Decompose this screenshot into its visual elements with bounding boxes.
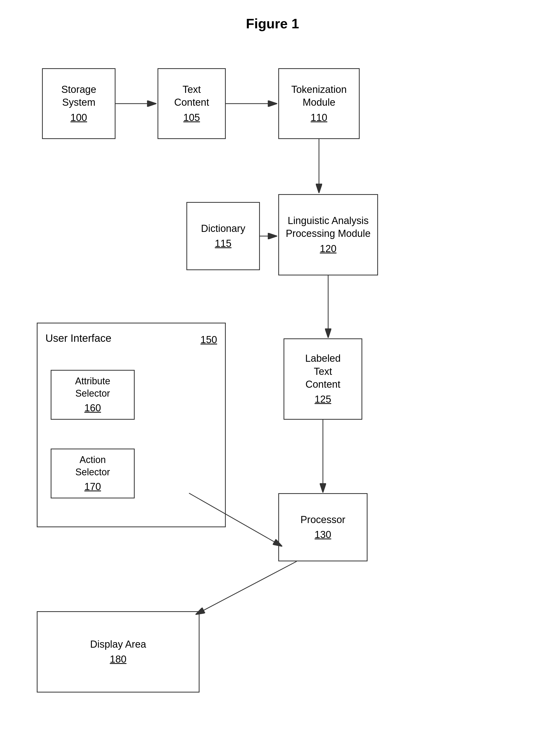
attribute-selector-box: AttributeSelector 160 (51, 370, 135, 420)
attribute-selector-ref: 160 (84, 402, 101, 414)
action-selector-ref: 170 (84, 480, 101, 493)
display-area-ref: 180 (110, 653, 126, 666)
dictionary-label: Dictionary (201, 222, 245, 235)
action-selector-box: ActionSelector 170 (51, 449, 135, 498)
text-content-box: TextContent 105 (157, 68, 226, 139)
page: Figure 1 StorageSystem 100 TextContent 1… (0, 0, 545, 756)
user-interface-box: User Interface 150 AttributeSelector 160… (37, 323, 226, 527)
display-area-label: Display Area (90, 638, 146, 651)
tokenization-module-box: TokenizationModule 110 (278, 68, 360, 139)
display-area-box: Display Area 180 (37, 611, 199, 693)
text-content-ref: 105 (183, 111, 200, 124)
labeled-text-content-ref: 125 (315, 393, 331, 406)
action-selector-label: ActionSelector (75, 454, 110, 478)
processor-box: Processor 130 (278, 493, 368, 561)
diagram: StorageSystem 100 TextContent 105 Tokeni… (21, 52, 524, 734)
user-interface-ref: 150 (200, 333, 217, 346)
processor-label: Processor (300, 513, 345, 526)
figure-title: Figure 1 (21, 16, 524, 31)
attribute-selector-label: AttributeSelector (75, 375, 110, 400)
tokenization-module-ref: 110 (311, 111, 327, 124)
labeled-text-content-box: LabeledTextContent 125 (284, 338, 362, 420)
arrow-processor-to-display (197, 561, 297, 614)
storage-system-label: StorageSystem (61, 83, 96, 109)
dictionary-box: Dictionary 115 (186, 202, 260, 270)
tokenization-module-label: TokenizationModule (291, 83, 347, 109)
text-content-label: TextContent (174, 83, 209, 109)
linguistic-analysis-box: Linguistic AnalysisProcessing Module 120 (278, 194, 378, 275)
dictionary-ref: 115 (215, 237, 231, 250)
user-interface-label: User Interface (45, 331, 111, 345)
processor-ref: 130 (315, 528, 331, 541)
storage-system-box: StorageSystem 100 (42, 68, 115, 139)
linguistic-analysis-label: Linguistic AnalysisProcessing Module (286, 214, 371, 240)
labeled-text-content-label: LabeledTextContent (305, 352, 341, 391)
linguistic-analysis-ref: 120 (320, 242, 336, 255)
storage-system-ref: 100 (70, 111, 87, 124)
